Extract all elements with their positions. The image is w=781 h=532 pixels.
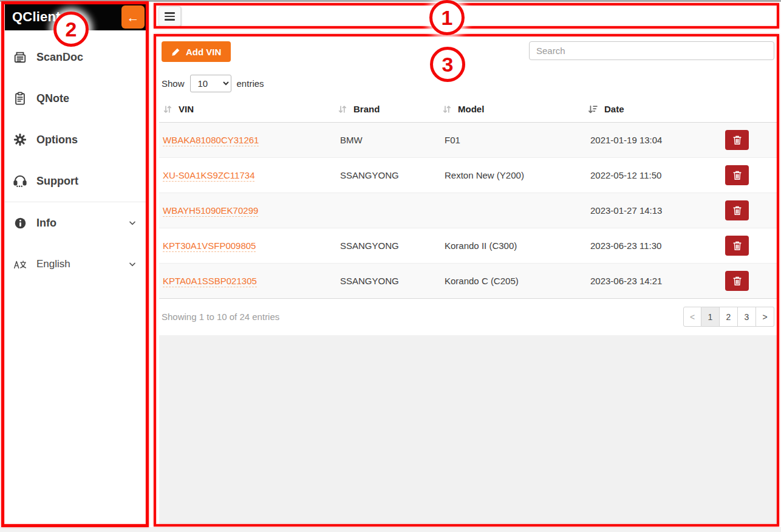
pagination-next-button[interactable]: >	[756, 307, 774, 327]
vin-table-body: WBAKA81080CY31261BMWF012021-01-19 13:04X…	[159, 123, 777, 299]
column-header-brand[interactable]: Brand	[334, 98, 438, 123]
hamburger-menu-button[interactable]	[159, 6, 181, 27]
column-header-date[interactable]: Date	[584, 98, 719, 123]
vin-link[interactable]: XU-S0A1KS9ZC11734	[163, 170, 254, 182]
page-bottom-edge	[0, 527, 781, 532]
app-screen: QClients ← ScanDoc	[0, 0, 781, 532]
sidebar-item-language[interactable]: English	[5, 244, 146, 285]
date-cell: 2023-06-23 14:21	[584, 264, 719, 299]
sort-icon	[442, 104, 451, 114]
chevron-down-icon	[128, 259, 137, 269]
topbar	[154, 3, 779, 29]
trash-icon	[732, 240, 742, 251]
model-cell: F01	[438, 123, 584, 158]
search-input[interactable]	[529, 41, 774, 60]
date-cell: 2021-01-19 13:04	[584, 123, 719, 158]
table-row: XU-S0A1KS9ZC11734SSANGYONGRexton New (Y2…	[159, 158, 777, 193]
brand-cell: BMW	[334, 123, 438, 158]
actions-cell	[719, 193, 777, 228]
brand-cell: SSANGYONG	[334, 228, 438, 264]
page-size-control: Show 10 entries	[162, 75, 774, 92]
pagination-page-button[interactable]: 3	[738, 307, 756, 327]
hamburger-icon	[165, 12, 175, 14]
actions-cell	[719, 123, 777, 158]
trash-icon	[732, 135, 742, 145]
gear-icon	[12, 133, 28, 146]
page-size-select[interactable]: 10	[190, 75, 231, 92]
model-cell: Rexton New (Y200)	[438, 158, 584, 193]
actions-cell	[719, 264, 777, 299]
delete-button[interactable]	[725, 200, 749, 220]
vin-cell: WBAYH51090EK70299	[159, 193, 334, 228]
vin-cell: WBAKA81080CY31261	[159, 123, 334, 158]
column-header-actions	[719, 98, 777, 123]
actions-cell	[719, 228, 777, 264]
sort-icon	[338, 104, 347, 114]
chevron-down-icon	[128, 218, 137, 228]
table-toolbar: Add VIN	[159, 37, 777, 62]
vin-cell: XU-S0A1KS9ZC11734	[159, 158, 334, 193]
sort-amount-down-icon	[588, 104, 598, 114]
column-header-model[interactable]: Model	[438, 98, 584, 123]
add-vin-button[interactable]: Add VIN	[162, 41, 231, 62]
pagination: <123>	[683, 307, 774, 327]
vin-link[interactable]: KPTA0A1SSBP021305	[163, 276, 257, 287]
pencil-icon	[171, 47, 180, 56]
date-cell: 2022-05-12 11:50	[584, 158, 719, 193]
table-row: KPT30A1VSFP009805SSANGYONGKorando II (C3…	[159, 228, 777, 264]
sidebar-menu: ScanDoc QNote	[5, 30, 146, 285]
entries-label: entries	[237, 78, 264, 89]
delete-button[interactable]	[725, 165, 749, 185]
sidebar-item-label: Info	[36, 217, 56, 230]
date-cell: 2023-06-23 11:30	[584, 228, 719, 264]
vin-cell: KPTA0A1SSBP021305	[159, 264, 334, 299]
date-cell: 2023-01-27 14:13	[584, 193, 719, 228]
table-header-row: VIN Brand	[159, 98, 777, 123]
vin-cell: KPT30A1VSFP009805	[159, 228, 334, 264]
vin-table: VIN Brand	[159, 98, 777, 299]
table-row: WBAYH51090EK702992023-01-27 14:13	[159, 193, 777, 228]
sidebar-item-options[interactable]: Options	[5, 119, 146, 160]
pagination-prev-button[interactable]: <	[683, 307, 701, 327]
vin-link[interactable]: WBAKA81080CY31261	[163, 135, 259, 146]
sidebar-item-scandoc[interactable]: ScanDoc	[5, 36, 146, 78]
vin-link[interactable]: WBAYH51090EK70299	[163, 205, 258, 217]
language-icon	[12, 259, 28, 270]
sidebar-item-label: Support	[36, 175, 78, 188]
headset-icon	[12, 174, 28, 188]
trash-icon	[732, 205, 742, 216]
model-cell: Korando II (C300)	[438, 228, 584, 264]
sidebar-item-support[interactable]: Support	[5, 160, 146, 202]
trash-icon	[732, 170, 742, 180]
delete-button[interactable]	[725, 271, 749, 291]
sidebar-item-qnote[interactable]: QNote	[5, 78, 146, 119]
add-vin-label: Add VIN	[186, 47, 221, 57]
table-row: WBAKA81080CY31261BMWF012021-01-19 13:04	[159, 123, 777, 158]
actions-cell	[719, 158, 777, 193]
delete-button[interactable]	[725, 236, 749, 256]
app-title: QClients	[12, 9, 68, 25]
clipboard-icon	[12, 92, 28, 105]
pagination-page-button[interactable]: 2	[720, 307, 738, 327]
sidebar-item-label: Options	[36, 134, 78, 146]
delete-button[interactable]	[725, 130, 749, 150]
sidebar-item-label: English	[36, 258, 70, 270]
brand-cell: SSANGYONG	[334, 264, 438, 299]
sidebar-collapse-button[interactable]: ←	[121, 5, 145, 29]
sidebar-header: QClients ←	[5, 4, 146, 30]
sidebar: QClients ← ScanDoc	[5, 4, 146, 525]
sidebar-item-label: ScanDoc	[36, 51, 83, 64]
sort-icon	[163, 104, 172, 114]
arrow-left-icon: ←	[127, 11, 140, 24]
main-content: Add VIN Show 10 entries	[159, 37, 777, 524]
brand-cell: SSANGYONG	[334, 158, 438, 193]
info-icon	[12, 217, 28, 230]
sidebar-item-info[interactable]: Info	[5, 202, 146, 244]
table-row: KPTA0A1SSBP021305SSANGYONGKorando C (C20…	[159, 264, 777, 299]
pagination-page-button[interactable]: 1	[701, 307, 720, 327]
sidebar-item-label: QNote	[36, 92, 69, 105]
show-label: Show	[162, 78, 185, 89]
vin-link[interactable]: KPT30A1VSFP009805	[163, 240, 256, 252]
column-header-vin[interactable]: VIN	[159, 98, 334, 123]
model-cell: Korando C (C205)	[438, 264, 584, 299]
